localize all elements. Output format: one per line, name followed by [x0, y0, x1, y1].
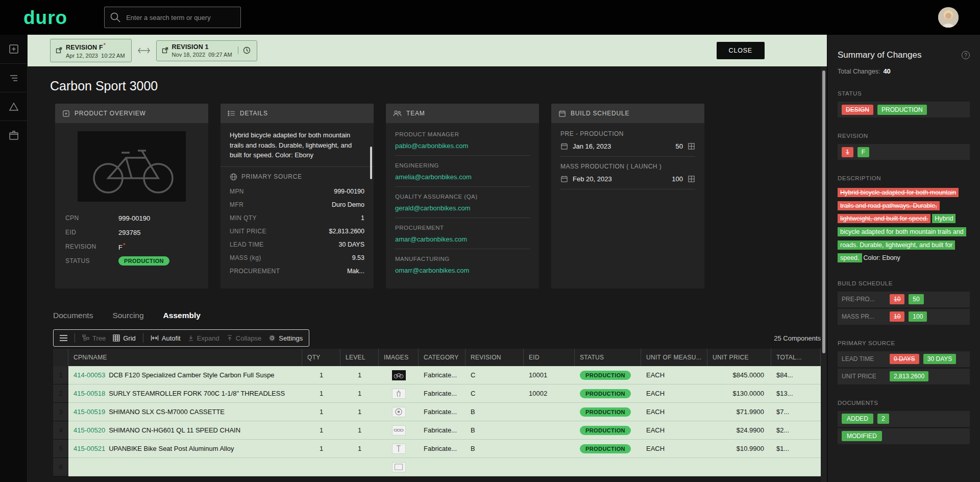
cpn-link[interactable]: 415-00520: [74, 426, 105, 434]
cpn-link[interactable]: 415-00521: [74, 445, 105, 452]
user-avatar[interactable]: [938, 7, 959, 28]
build-rows: PRE - PRODUCTION Jan 16, 2023 50 MASS PR…: [551, 123, 704, 189]
level-cell: 1: [340, 403, 379, 421]
card-header: BUILD SCHEDULE: [551, 104, 704, 123]
assembly-table: CPN/NAME QTY LEVEL IMAGES CATEGORY REVIS…: [53, 349, 821, 476]
table-row[interactable]: 1 414-00053 DCB F120 Specialized Camber …: [53, 366, 821, 384]
image-cell: [379, 384, 419, 403]
level-cell: [340, 458, 379, 476]
nav-change-orders-icon[interactable]: [0, 92, 28, 120]
component-thumbnail: [392, 444, 406, 454]
change-row-label: PRE-PRO...: [842, 296, 886, 303]
overview-fields: CPN999-00190 EID293785 REVISIONF* STATUS…: [55, 207, 208, 268]
team-row: PROCUREMENT amar@carbonbikes.com: [395, 223, 530, 249]
column-header[interactable]: LEVEL: [340, 349, 379, 366]
email-link[interactable]: omarr@carbonbikes.com: [395, 267, 469, 274]
document-change-type: MODIFIED: [842, 431, 882, 441]
help-icon[interactable]: ?: [962, 51, 970, 59]
main-scrollbar-thumb[interactable]: [822, 70, 825, 353]
column-header[interactable]: UNIT OF MEASU...: [641, 349, 707, 366]
category-cell: Fabricate...: [419, 403, 465, 421]
duro-logo[interactable]: duro: [23, 8, 67, 27]
nav-components-icon[interactable]: [0, 35, 28, 63]
team-card: TEAM PRODUCT MANAGER pablo@carbonbikes.c…: [386, 104, 539, 288]
external-link-icon: [162, 47, 168, 54]
build-date: Feb 20, 2023: [573, 175, 612, 183]
column-header[interactable]: TOTAL...: [771, 349, 821, 366]
source-label: UNIT PRICE: [230, 228, 266, 235]
cpn-link[interactable]: 415-00518: [74, 390, 105, 397]
tree-view-button[interactable]: Tree: [82, 334, 106, 342]
cpn-link[interactable]: 414-00053: [74, 371, 105, 379]
nav-list-icon[interactable]: [0, 63, 28, 92]
field-label: STATUS: [65, 257, 118, 264]
revision-compare-banner: REVISION F* Apr 12, 2023 10:22 AM REVISI…: [28, 35, 827, 66]
uom-cell: EACH: [641, 421, 707, 440]
table-row[interactable]: 6: [53, 458, 821, 476]
email-link[interactable]: gerald@carbonbikes.com: [395, 204, 471, 212]
status-badge: PRODUCTION: [580, 407, 631, 417]
search-input[interactable]: [126, 14, 235, 21]
category-cell: Fabricate...: [419, 384, 465, 403]
schedule-table-icon[interactable]: [688, 142, 695, 150]
tab-sourcing[interactable]: Sourcing: [112, 311, 143, 320]
cpn-link[interactable]: 415-00519: [74, 408, 105, 416]
row-number: 5: [53, 440, 68, 458]
build-schedule-changes: PRE-PRO... 10 50 MASS PR... 10 100: [838, 292, 970, 325]
menu-icon[interactable]: [60, 335, 67, 341]
column-header[interactable]: REVISION: [465, 349, 524, 366]
email-link[interactable]: pablo@carbonbikes.com: [395, 142, 468, 150]
source-value: 9.53: [352, 254, 364, 261]
revision-chip-compare[interactable]: REVISION 1 Nov 18, 2022 09:27 AM: [156, 40, 257, 61]
close-button[interactable]: CLOSE: [717, 42, 765, 59]
component-name: SHIMANO SLX CS-M7000 CASSETTE: [109, 408, 225, 416]
component-thumbnail: [392, 407, 406, 417]
details-scrollbar[interactable]: [370, 147, 372, 179]
qty-cell: 1: [302, 384, 340, 403]
tab-assembly[interactable]: Assembly: [163, 311, 201, 320]
table-row[interactable]: 2 415-00518 SURLY STEAMROLLER FORK 700C …: [53, 384, 821, 403]
schedule-table-icon[interactable]: [688, 175, 695, 183]
table-row[interactable]: 3 415-00519 SHIMANO SLX CS-M7000 CASSETT…: [53, 403, 821, 421]
grid-view-button[interactable]: Grid: [113, 334, 136, 342]
settings-button[interactable]: Settings: [268, 334, 303, 342]
source-label: PROCUREMENT: [230, 268, 280, 275]
row-number-header: [53, 349, 68, 366]
eid-value: 293785: [118, 229, 140, 236]
column-header[interactable]: EID: [524, 349, 575, 366]
autofit-button[interactable]: Autofit: [151, 334, 181, 342]
eid-cell: [524, 458, 575, 476]
new-value-badge: 30 DAYS: [923, 354, 956, 364]
column-header[interactable]: STATUS: [575, 349, 641, 366]
column-header[interactable]: QTY: [302, 349, 340, 366]
status-cell: PRODUCTION: [575, 421, 641, 440]
expand-button[interactable]: Expand: [188, 334, 219, 342]
unit-price-cell: $71.9900: [707, 403, 771, 421]
build-units: 50: [676, 142, 683, 150]
category-cell: Fabricate...: [419, 366, 465, 384]
change-row: PRE-PRO... 10 50: [838, 292, 970, 307]
image-cell: [379, 421, 419, 440]
build-phase-label: MASS PRODUCTION ( LAUNCH ): [560, 163, 695, 170]
email-link[interactable]: amar@carbonbikes.com: [395, 235, 467, 243]
column-header[interactable]: CATEGORY: [419, 349, 465, 366]
card-title: BUILD SCHEDULE: [571, 110, 629, 117]
collapse-button[interactable]: Collapse: [227, 334, 262, 342]
column-header[interactable]: IMAGES: [379, 349, 419, 366]
description-diff: Hybrid bicycle adapted for both mountain…: [838, 186, 970, 265]
search-icon: [110, 12, 121, 23]
table-row[interactable]: 5 415-00521 UPANBIKE Bike Seat Post Alum…: [53, 440, 821, 458]
column-header[interactable]: UNIT PRICE: [707, 349, 771, 366]
email-link[interactable]: amelia@carbonbikes.com: [395, 173, 472, 181]
row-number: 1: [53, 366, 68, 384]
table-row[interactable]: 4 415-00520 SHIMANO CN-HG601 QL 11 SPEED…: [53, 421, 821, 440]
nav-release-icon[interactable]: [0, 120, 28, 149]
history-clock-icon[interactable]: [238, 46, 251, 54]
tab-documents[interactable]: Documents: [53, 311, 93, 320]
left-nav-rail: [0, 35, 28, 482]
revision-chip-current[interactable]: REVISION F* Apr 12, 2023 10:22 AM: [50, 39, 132, 62]
column-header[interactable]: CPN/NAME: [68, 349, 302, 366]
main-scrollbar-track[interactable]: [821, 66, 827, 482]
table-header: CPN/NAME QTY LEVEL IMAGES CATEGORY REVIS…: [53, 349, 821, 366]
search-box[interactable]: [104, 7, 241, 28]
